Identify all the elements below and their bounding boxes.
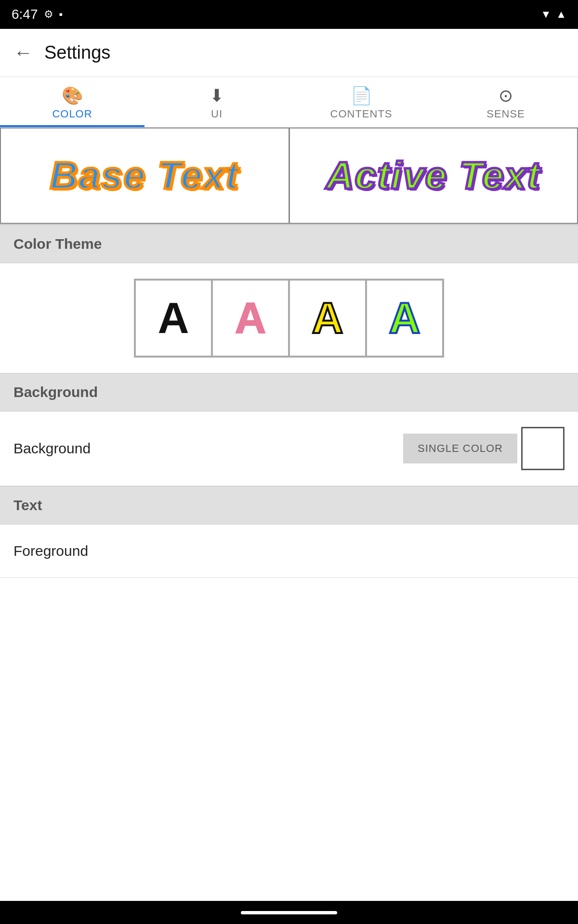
background-section: Background SINGLE COLOR xyxy=(0,411,578,486)
status-time: 6:47 xyxy=(12,7,38,22)
color-preview-box[interactable] xyxy=(521,427,565,470)
theme-swatches: A A A A xyxy=(134,279,444,358)
tab-bar: 🎨 COLOR ⬇ UI 📄 CONTENTS ⊙ SENSE xyxy=(0,77,578,128)
tab-color[interactable]: 🎨 COLOR xyxy=(0,77,144,127)
signal-icon: ▲ xyxy=(556,8,566,21)
tab-contents-label: CONTENTS xyxy=(330,108,393,120)
status-bar: 6:47 ⚙ ▪ ▼ ▲ xyxy=(0,0,578,29)
tab-contents[interactable]: 📄 CONTENTS xyxy=(289,77,434,127)
background-row: Background SINGLE COLOR xyxy=(0,411,578,486)
swatch-multi[interactable]: A xyxy=(366,280,443,357)
home-indicator xyxy=(241,911,337,914)
base-text-preview[interactable]: Base Text xyxy=(0,128,289,224)
active-text-label: Active Text xyxy=(326,154,541,198)
settings-icon: ⚙ xyxy=(44,8,53,21)
color-theme-section: A A A A xyxy=(0,263,578,373)
wifi-icon: ▼ xyxy=(540,8,551,21)
swatch-black[interactable]: A xyxy=(135,280,212,357)
text-section: Foreground xyxy=(0,525,578,578)
foreground-row: Foreground xyxy=(0,525,578,578)
tab-ui-label: UI xyxy=(211,108,223,120)
sense-tab-icon: ⊙ xyxy=(499,86,513,106)
preview-section: Base Text Active Text xyxy=(0,128,578,225)
swatch-a-pink: A xyxy=(235,294,266,343)
swatch-a-yellow: A xyxy=(312,294,343,343)
tab-sense-label: SENSE xyxy=(486,108,525,120)
swatch-a-black: A xyxy=(158,294,189,343)
tab-sense[interactable]: ⊙ SENSE xyxy=(434,77,578,127)
text-section-header: Text xyxy=(0,486,578,525)
ui-tab-icon: ⬇ xyxy=(210,86,224,106)
active-text-preview[interactable]: Active Text xyxy=(289,128,578,224)
foreground-label: Foreground xyxy=(13,543,88,559)
battery-icon: ▪ xyxy=(59,8,63,21)
base-text-label: Base Text xyxy=(50,154,239,198)
color-tab-icon: 🎨 xyxy=(62,86,83,106)
single-color-button[interactable]: SINGLE COLOR xyxy=(403,434,517,463)
app-bar: ← Settings xyxy=(0,29,578,77)
status-left: 6:47 ⚙ ▪ xyxy=(12,7,63,22)
tab-color-label: COLOR xyxy=(52,108,92,120)
bottom-nav xyxy=(0,901,578,924)
page-title: Settings xyxy=(44,42,110,63)
tab-ui[interactable]: ⬇ UI xyxy=(144,77,289,127)
swatch-a-multi: A xyxy=(389,294,420,343)
back-button[interactable]: ← xyxy=(13,42,33,64)
background-row-label: Background xyxy=(13,440,91,457)
color-theme-section-header: Color Theme xyxy=(0,225,578,263)
status-right: ▼ ▲ xyxy=(540,8,566,21)
contents-tab-icon: 📄 xyxy=(351,86,372,106)
background-options: SINGLE COLOR xyxy=(403,427,565,470)
swatch-yellow[interactable]: A xyxy=(289,280,366,357)
swatch-pink[interactable]: A xyxy=(212,280,289,357)
background-section-header: Background xyxy=(0,373,578,411)
